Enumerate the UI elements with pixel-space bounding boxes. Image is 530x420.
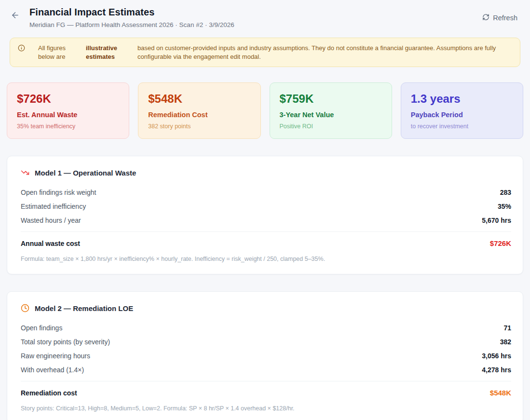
- row-label: Raw engineering hours: [21, 352, 90, 360]
- refresh-label: Refresh: [493, 14, 517, 22]
- stat-card-remediation-cost: $548K Remediation Cost 382 story points: [138, 82, 260, 139]
- stat-label: Payback Period: [411, 111, 513, 119]
- disclaimer-banner: All figures below are illustrative estim…: [10, 38, 520, 67]
- model-1-card: Model 1 — Operational Waste Open finding…: [7, 156, 523, 274]
- stat-subtext: 382 story points: [148, 123, 250, 130]
- table-row: Wasted hours / year 5,670 hrs: [21, 213, 511, 227]
- model-1-header: Model 1 — Operational Waste: [21, 168, 511, 177]
- stat-label: Est. Annual Waste: [17, 111, 119, 119]
- model-2-formula-note: Story points: Critical=13, High=8, Mediu…: [21, 405, 511, 412]
- clock-icon: [21, 304, 29, 312]
- row-value: 71: [503, 324, 511, 332]
- banner-suffix-text: based on customer-provided inputs and in…: [137, 44, 512, 61]
- arrow-left-icon: [11, 14, 20, 21]
- info-icon: [18, 44, 25, 52]
- row-value: 4,278 hrs: [482, 366, 511, 374]
- banner-prefix-text: All figures below are: [38, 44, 73, 61]
- row-label: Wasted hours / year: [21, 217, 81, 224]
- page-header: Financial Impact Estimates Meridian FG —…: [0, 0, 530, 29]
- stat-card-payback-period: 1.3 years Payback Period to recover inve…: [401, 82, 523, 139]
- table-row: Estimated inefficiency 35%: [21, 199, 511, 213]
- model-1-total-row: Annual waste cost $726K: [21, 231, 511, 247]
- total-value: $726K: [490, 239, 511, 247]
- row-label: Estimated inefficiency: [21, 203, 86, 210]
- stat-value: $726K: [17, 92, 119, 106]
- stat-subtext: Positive ROI: [280, 123, 382, 130]
- total-value: $548K: [490, 389, 511, 397]
- row-label: With overhead (1.4×): [21, 366, 84, 374]
- model-2-total-row: Remediation cost $548K: [21, 381, 511, 397]
- table-row: With overhead (1.4×) 4,278 hrs: [21, 363, 511, 377]
- model-1-formula-note: Formula: team_size × 1,800 hrs/yr × inef…: [21, 256, 511, 262]
- trending-down-icon: [21, 168, 29, 177]
- model-1-title: Model 1 — Operational Waste: [35, 169, 136, 177]
- stat-value: 1.3 years: [411, 92, 513, 106]
- stat-subtext: 35% team inefficiency: [17, 123, 119, 130]
- stat-subtext: to recover investment: [411, 123, 513, 130]
- stat-card-row: $726K Est. Annual Waste 35% team ineffic…: [7, 82, 523, 139]
- table-row: Open findings risk weight 283: [21, 185, 511, 199]
- row-value: 382: [500, 338, 511, 346]
- stat-card-annual-waste: $726K Est. Annual Waste 35% team ineffic…: [7, 82, 129, 139]
- row-value: 5,670 hrs: [482, 217, 511, 224]
- refresh-button[interactable]: Refresh: [481, 7, 518, 29]
- table-row: Raw engineering hours 3,056 hrs: [21, 349, 511, 363]
- stat-value: $759K: [280, 92, 382, 106]
- row-label: Open findings risk weight: [21, 189, 96, 196]
- model-2-title: Model 2 — Remediation LOE: [35, 304, 133, 312]
- stat-label: 3-Year Net Value: [280, 111, 382, 119]
- total-label: Annual waste cost: [21, 240, 80, 247]
- row-value: 3,056 hrs: [482, 352, 511, 360]
- stat-card-net-value: $759K 3-Year Net Value Positive ROI: [270, 82, 392, 139]
- page-title: Financial Impact Estimates: [29, 7, 234, 18]
- row-label: Total story points (by severity): [21, 338, 110, 346]
- banner-emphasis-text: illustrative estimates: [86, 44, 124, 61]
- table-row: Total story points (by severity) 382: [21, 335, 511, 349]
- model-2-card: Model 2 — Remediation LOE Open findings …: [7, 291, 523, 420]
- model-2-header: Model 2 — Remediation LOE: [21, 304, 511, 312]
- back-button[interactable]: [7, 7, 23, 22]
- total-label: Remediation cost: [21, 389, 77, 397]
- row-value: 35%: [498, 203, 511, 210]
- row-label: Open findings: [21, 324, 62, 332]
- table-row: Open findings 71: [21, 321, 511, 335]
- page-subtitle: Meridian FG — Platform Health Assessment…: [29, 21, 234, 28]
- stat-label: Remediation Cost: [148, 111, 250, 119]
- row-value: 283: [500, 189, 511, 196]
- refresh-icon: [482, 14, 489, 22]
- stat-value: $548K: [148, 92, 250, 106]
